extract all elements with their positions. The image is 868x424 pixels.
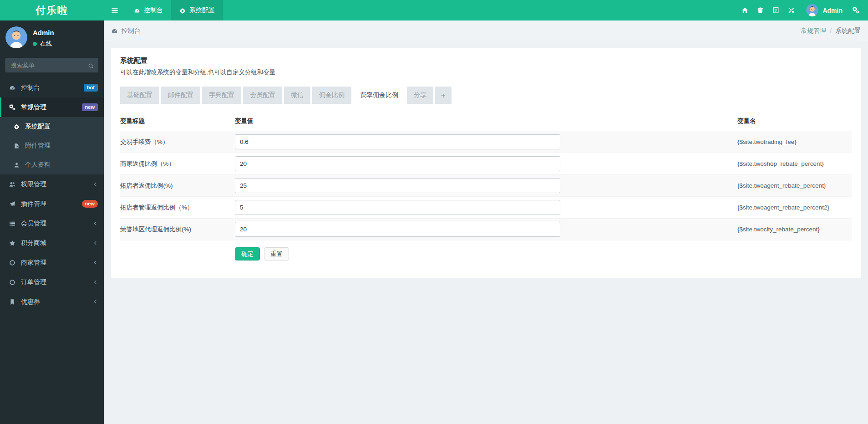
user-menu[interactable]: Admin [799, 4, 848, 16]
sidebar-item-1[interactable]: 常规管理new [0, 97, 104, 117]
sidebar: Admin 在线 控制台hot常规管理new系统配置附件管理个人资料权限管理插件… [0, 20, 104, 424]
table-row: 交易手续费（%）{$site.twotrading_fee} [120, 131, 852, 153]
var-title: 拓店者返佣比例(%) [120, 175, 235, 197]
var-name: {$site.twoagent_rebate_percent} [737, 175, 852, 197]
var-name: {$site.twoshop_rebate_percent} [737, 153, 852, 175]
table-header-row: 变量标题 变量值 变量名 [120, 112, 852, 131]
var-name: {$site.twoagent_rebate_percent2} [737, 197, 852, 219]
table-row: 荣誉地区代理返佣比例(%){$site.twocity_rebate_perce… [120, 219, 852, 240]
trash-icon[interactable] [752, 0, 768, 20]
tab-7[interactable]: 分享 [407, 87, 433, 104]
gear-icon [12, 124, 20, 130]
var-value-input[interactable] [235, 156, 560, 171]
sidebar-toggle-button[interactable] [104, 0, 126, 20]
var-title: 交易手续费（%） [120, 131, 235, 153]
app-logo: 付乐啦 [0, 0, 104, 20]
breadcrumb-separator: / [830, 27, 832, 35]
topnav-item-0[interactable]: 控制台 [126, 0, 171, 20]
var-name: {$site.twocity_rebate_percent} [737, 219, 852, 240]
cogs-icon [8, 104, 16, 111]
sidebar-item-6[interactable]: 商家管理 [0, 253, 104, 272]
var-title: 拓店者管理返佣比例（%） [120, 197, 235, 219]
sidebar-item-8[interactable]: 优惠券 [0, 292, 104, 312]
var-value-input[interactable] [235, 200, 560, 215]
fullscreen-icon[interactable] [783, 0, 799, 20]
reset-button[interactable]: 重置 [264, 247, 289, 261]
page-title: 系统配置 [120, 56, 852, 65]
badge: new [82, 103, 98, 111]
home-icon[interactable] [737, 0, 752, 20]
badge: hot [84, 84, 98, 92]
avatar [806, 4, 818, 16]
tab-0[interactable]: 基础配置 [120, 87, 159, 104]
sidebar-item-0[interactable]: 控制台hot [0, 78, 104, 97]
sidebar-menu: 控制台hot常规管理new系统配置附件管理个人资料权限管理插件管理new会员管理… [0, 78, 104, 312]
sidebar-item-2[interactable]: 权限管理 [0, 174, 104, 194]
submenu-item-2[interactable]: 个人资料 [0, 155, 104, 174]
tab-4[interactable]: 微信 [284, 87, 310, 104]
breadcrumb[interactable]: 控制台 [111, 27, 141, 35]
hamburger-icon [111, 6, 118, 15]
plus-icon [441, 92, 446, 99]
plane-icon [8, 201, 16, 207]
var-title: 荣誉地区代理返佣比例(%) [120, 219, 235, 240]
submenu-item-1[interactable]: 附件管理 [0, 136, 104, 155]
var-value-input[interactable] [235, 134, 560, 149]
manual-icon[interactable] [768, 0, 783, 20]
tab-2[interactable]: 字典配置 [202, 87, 241, 104]
topnav-item-1[interactable]: 系统配置 [171, 0, 223, 20]
search-icon[interactable] [88, 61, 94, 70]
form-actions: 确定 重置 [120, 247, 852, 261]
circle-icon [8, 279, 16, 286]
sidebar-item-3[interactable]: 插件管理new [0, 194, 104, 214]
cogs-icon[interactable] [848, 0, 863, 20]
submenu-item-0[interactable]: 系统配置 [0, 117, 104, 136]
tab-5[interactable]: 佣金比例 [312, 87, 351, 104]
add-tab-button[interactable] [435, 87, 452, 104]
top-navbar: 付乐啦 控制台系统配置 Admin [0, 0, 868, 20]
chevron-left-icon [93, 280, 98, 285]
gear-icon [179, 6, 186, 14]
table-row: 拓店者返佣比例(%){$site.twoagent_rebate_percent… [120, 175, 852, 197]
var-title: 商家返佣比例（%） [120, 153, 235, 175]
topnav-right: Admin [737, 0, 868, 20]
page-subtitle: 可以在此增改系统的变量和分组,也可以自定义分组和变量 [120, 68, 852, 77]
column-header-var-name: 变量名 [737, 112, 852, 131]
var-value-input[interactable] [235, 222, 560, 237]
sidebar-user-panel: Admin 在线 [0, 20, 104, 54]
config-tabs: 基础配置邮件配置字典配置会员配置微信佣金比例费率佣金比例分享 [120, 87, 852, 104]
badge: new [82, 200, 98, 208]
tab-6[interactable]: 费率佣金比例 [353, 87, 405, 104]
topnav-action-icons [737, 0, 799, 20]
circle-icon [8, 260, 16, 266]
sidebar-search [5, 58, 98, 72]
sidebar-user-name: Admin [33, 29, 54, 36]
breadcrumb-section-link[interactable]: 常规管理 [801, 27, 826, 35]
topnav-menu: 控制台系统配置 [126, 0, 223, 20]
file-icon [12, 143, 20, 149]
user-name: Admin [822, 7, 843, 14]
table-row: 商家返佣比例（%）{$site.twoshop_rebate_percent} [120, 153, 852, 175]
chevron-left-icon [93, 299, 98, 304]
config-panel: 系统配置 可以在此增改系统的变量和分组,也可以自定义分组和变量 基础配置邮件配置… [111, 48, 861, 278]
search-input[interactable] [5, 58, 98, 72]
sidebar-item-5[interactable]: 积分商城 [0, 233, 104, 253]
breadcrumb-trail: 常规管理 / 系统配置 [801, 27, 861, 35]
breadcrumb-bar: 控制台 常规管理 / 系统配置 [104, 20, 868, 41]
var-value-input[interactable] [235, 178, 560, 193]
user-icon [12, 162, 20, 168]
sidebar-item-4[interactable]: 会员管理 [0, 214, 104, 233]
chevron-left-icon [93, 221, 98, 226]
sidebar-item-7[interactable]: 订单管理 [0, 272, 104, 292]
submit-button[interactable]: 确定 [235, 247, 260, 261]
star-icon [8, 240, 16, 246]
online-status-icon [33, 42, 37, 46]
sidebar-user-status: 在线 [33, 40, 54, 48]
list-icon [8, 220, 16, 227]
chevron-left-icon [93, 182, 98, 187]
tab-1[interactable]: 邮件配置 [161, 87, 200, 104]
chevron-left-icon [93, 240, 98, 245]
submenu: 系统配置附件管理个人资料 [0, 117, 104, 174]
tachometer-icon [8, 85, 16, 91]
tab-3[interactable]: 会员配置 [243, 87, 282, 104]
